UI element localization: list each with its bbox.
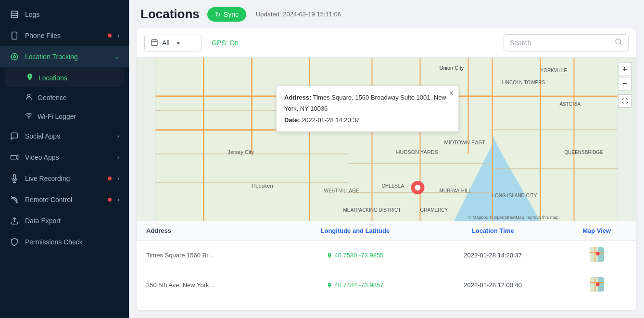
sidebar-item-logs[interactable]: Logs xyxy=(0,4,129,25)
phone-icon xyxy=(10,31,19,40)
svg-point-6 xyxy=(11,53,18,60)
table-row: Times Square,1560 Br... 40.7580,-73.9855… xyxy=(137,241,636,270)
svg-rect-9 xyxy=(11,155,16,159)
sidebar-item-data-export-label: Data Export xyxy=(25,217,119,225)
locations-table: Address Longitude and Latitude Location … xyxy=(137,221,636,300)
popup-date-label: Date: xyxy=(284,116,300,124)
sidebar-item-remote-control[interactable]: Remote Control › xyxy=(0,189,129,210)
sidebar-item-phone-files[interactable]: Phone Files › xyxy=(0,25,129,46)
svg-point-17 xyxy=(616,39,621,44)
row1-address: Times Square,1560 Br... xyxy=(137,241,282,270)
location-icon xyxy=(10,52,19,62)
search-input[interactable] xyxy=(510,39,611,47)
content-card: All ▾ GPS: On xyxy=(137,28,636,310)
row2-coords: 40.7484,-73.9857 xyxy=(282,270,429,300)
col-coords: Longitude and Latitude xyxy=(282,221,429,241)
zoom-in-button[interactable]: + xyxy=(618,63,631,76)
search-icon xyxy=(615,38,622,48)
calendar-icon xyxy=(151,38,158,48)
live-recording-badge xyxy=(108,177,112,180)
export-icon xyxy=(10,216,19,226)
svg-text:HUDSON YARDS: HUDSON YARDS xyxy=(396,149,439,155)
page-title: Locations xyxy=(140,7,200,22)
row1-coords: 40.7580,-73.9855 xyxy=(282,241,429,270)
sidebar-item-permissions-check[interactable]: Permissions Check xyxy=(0,231,129,253)
mic-icon xyxy=(10,174,19,183)
svg-point-71 xyxy=(596,282,600,286)
row1-time: 2022-01-28 14:20:37 xyxy=(429,241,557,270)
sidebar-item-social-apps-label: Social Apps xyxy=(25,132,112,140)
row1-coord-link[interactable]: 40.7580,-73.9855 xyxy=(291,252,419,259)
sidebar-subitem-locations[interactable]: Locations xyxy=(5,68,124,87)
row2-time: 2022-01-28 12:00:40 xyxy=(429,270,557,300)
sidebar-item-permissions-check-label: Permissions Check xyxy=(25,238,119,246)
phone-files-badge xyxy=(108,34,112,38)
svg-rect-13 xyxy=(152,39,157,45)
svg-point-7 xyxy=(27,94,30,97)
sidebar-subitem-geofence-label: Geofence xyxy=(38,94,67,102)
svg-point-8 xyxy=(28,118,29,118)
svg-text:GRAMERCY: GRAMERCY xyxy=(420,207,448,213)
location-tracking-arrow: ⌄ xyxy=(114,53,119,60)
row2-coord-value: 40.7484,-73.9857 xyxy=(334,281,383,289)
sidebar-item-live-recording-label: Live Recording xyxy=(25,175,102,182)
sidebar-item-location-tracking[interactable]: Location Tracking ⌄ xyxy=(0,46,129,67)
chat-icon xyxy=(10,131,19,141)
svg-text:MURRAY HILL: MURRAY HILL xyxy=(440,188,472,193)
svg-text:LONG ISLAND CITY: LONG ISLAND CITY xyxy=(492,193,537,198)
locations-table-container: Address Longitude and Latitude Location … xyxy=(137,221,636,310)
search-box[interactable] xyxy=(504,34,629,51)
fullscreen-button[interactable]: ⛶ xyxy=(618,94,631,108)
row1-mapview xyxy=(557,241,636,270)
popup-date-value: 2022-01-28 14:20:37 xyxy=(302,116,360,124)
svg-point-59 xyxy=(415,185,421,191)
social-apps-arrow: › xyxy=(117,133,119,140)
video-icon xyxy=(10,153,19,162)
row1-mapview-button[interactable] xyxy=(589,247,605,263)
row1-coord-value: 40.7580,-73.9855 xyxy=(334,252,383,259)
sidebar: Logs Phone Files › Location Tracking ⌄ L… xyxy=(0,0,129,318)
sidebar-item-data-export[interactable]: Data Export xyxy=(0,210,129,231)
table-row: 350 5th Ave, New York... 40.7484,-73.985… xyxy=(137,270,636,300)
date-filter-dropdown[interactable]: All ▾ xyxy=(144,35,202,51)
popup-close-button[interactable]: × xyxy=(449,89,454,98)
svg-text:LINCOLN TOWERS: LINCOLN TOWERS xyxy=(502,80,545,85)
map-svg: Union City LINCOLN TOWERS YORKVILLE ASTO… xyxy=(137,58,636,221)
svg-line-18 xyxy=(620,43,621,45)
video-apps-arrow: › xyxy=(117,154,119,161)
row2-coord-link[interactable]: 40.7484,-73.9857 xyxy=(291,281,419,289)
sidebar-subitem-wifi-logger-label: Wi-Fi Logger xyxy=(38,113,76,120)
remote-icon xyxy=(10,195,19,204)
sidebar-item-live-recording[interactable]: Live Recording › xyxy=(0,168,129,189)
svg-rect-0 xyxy=(11,11,18,18)
phone-files-arrow: › xyxy=(117,32,119,39)
sidebar-item-video-apps-label: Video Apps xyxy=(25,153,112,161)
updated-timestamp: Updated: 2024-03-19 15:11:06 xyxy=(256,11,341,18)
svg-text:ASTORIA: ASTORIA xyxy=(560,102,581,107)
sidebar-subitem-wifi-logger[interactable]: Wi-Fi Logger xyxy=(0,107,129,126)
map-container: Union City LINCOLN TOWERS YORKVILLE ASTO… xyxy=(137,58,636,221)
svg-text:MEATPACKING DISTRICT: MEATPACKING DISTRICT xyxy=(343,207,401,213)
sidebar-item-logs-label: Logs xyxy=(25,11,119,18)
live-recording-arrow: › xyxy=(117,175,119,182)
row2-address: 350 5th Ave, New York... xyxy=(137,270,282,300)
svg-text:YORKVILLE: YORKVILLE xyxy=(541,68,568,73)
svg-text:WEST VILLAGE: WEST VILLAGE xyxy=(324,188,360,193)
svg-rect-3 xyxy=(12,32,17,39)
date-filter-chevron: ▾ xyxy=(177,39,180,47)
row2-mapview xyxy=(557,270,636,300)
col-address: Address xyxy=(137,221,282,241)
pin-icon xyxy=(26,73,34,82)
sidebar-item-video-apps[interactable]: Video Apps › xyxy=(0,147,129,168)
sidebar-subitem-geofence[interactable]: Geofence xyxy=(0,88,129,107)
svg-point-65 xyxy=(596,252,600,255)
map-location-popup: × Address: Times Square, 1560 Broadway S… xyxy=(276,86,459,132)
sidebar-item-social-apps[interactable]: Social Apps › xyxy=(0,126,129,147)
sync-icon: ↻ xyxy=(215,11,221,18)
remote-control-arrow: › xyxy=(117,196,119,203)
sync-button[interactable]: ↻ Sync xyxy=(207,7,246,22)
row2-mapview-button[interactable] xyxy=(589,277,605,293)
popup-address-label: Address: xyxy=(284,94,311,101)
sync-label: Sync xyxy=(224,11,239,18)
zoom-out-button[interactable]: − xyxy=(618,77,631,90)
